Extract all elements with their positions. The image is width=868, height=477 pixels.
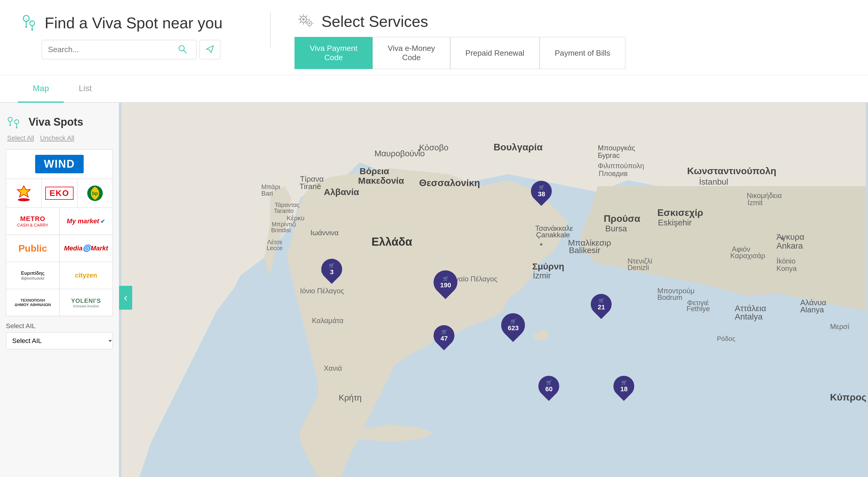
eko-text: EKO [45, 187, 73, 200]
sidebar-header: Viva Spots [6, 115, 113, 129]
brand-shell[interactable] [6, 179, 42, 208]
search-input-wrap[interactable] [42, 40, 196, 59]
evripidis-text: Ευριπίδης [21, 271, 45, 276]
tab-viva-emoney[interactable]: Viva e-MoneyCode [373, 37, 450, 69]
svg-point-14 [18, 198, 30, 201]
brand-public[interactable]: Public [6, 235, 60, 262]
select-links: Select All Uncheck All [7, 134, 113, 142]
brand-row-wind: WIND [6, 150, 113, 179]
svg-point-10 [8, 117, 12, 122]
select-ail-label: Select AIL [6, 322, 113, 330]
tab-list[interactable]: List [64, 75, 106, 103]
cityzen-logo: cityzen [75, 272, 97, 279]
shell-svg [15, 184, 33, 202]
map-area: ‹ Μαυροβούνιο [119, 103, 868, 477]
brand-cityzen[interactable]: cityzen [60, 262, 113, 289]
view-tabs-row: Map List [0, 75, 868, 103]
svg-point-12 [14, 120, 19, 124]
yolenis-sub: Ελληνική Κουζίνα [73, 304, 99, 308]
pin-60-count: 60 [545, 385, 552, 393]
tab-bills[interactable]: Payment of Bills [539, 37, 625, 69]
sidebar: Viva Spots Select All Uncheck All WIND [0, 103, 119, 477]
search-button[interactable] [175, 44, 190, 55]
mediamarkt-text: Media🌀Markt [64, 245, 108, 252]
pin-3-count: 3 [330, 268, 334, 276]
svg-point-13 [16, 127, 18, 129]
map-pin-47[interactable]: 🛒 47 [434, 325, 455, 346]
search-input[interactable] [48, 45, 175, 54]
header-divider [270, 12, 271, 47]
map-pin-18[interactable]: 🛒 18 [613, 376, 634, 396]
find-title: Find a Viva Spot near you [45, 14, 222, 32]
services-tabs: Viva PaymentCode Viva e-MoneyCode Prepai… [294, 37, 850, 69]
brand-yolenis[interactable]: YOLENI'S Ελληνική Κουζίνα [60, 289, 113, 316]
mymarket-check: ✔ [100, 218, 105, 225]
brand-row-books: Ευριπίδης Βιβλιοπωλεία cityzen [6, 262, 113, 289]
svg-text:bp: bp [92, 191, 98, 196]
cityzen-text: cityzen [75, 272, 97, 279]
header: Find a Viva Spot near you [0, 0, 868, 75]
map-pins-layer: 🛒 38 🛒 3 🛒 19 [119, 103, 868, 477]
brand-metro[interactable]: METRO CASH & CARRY [6, 208, 60, 235]
tab-prepaid[interactable]: Prepaid Renewal [450, 37, 539, 69]
pin-18-count: 18 [620, 385, 627, 393]
map-pin-21[interactable]: 🛒 21 [591, 294, 612, 315]
pin-38-count: 38 [538, 190, 545, 198]
pin-190-count: 190 [440, 281, 451, 289]
public-text: Public [19, 243, 47, 254]
brand-mymarket[interactable]: My market ✔ [60, 208, 113, 235]
mymarket-text: My market [67, 217, 99, 225]
svg-point-1 [25, 26, 27, 28]
svg-point-0 [23, 15, 29, 22]
sidebar-title: Viva Spots [29, 116, 83, 128]
bp-svg: bp [87, 185, 103, 201]
metro-text: METRO [20, 215, 45, 223]
services-title: Select Services [321, 12, 428, 30]
brand-wind[interactable]: WIND [6, 150, 113, 179]
svg-point-9 [309, 22, 310, 24]
uncheck-all-link[interactable]: Uncheck All [40, 134, 74, 142]
brand-row-market: METRO CASH & CARRY My market ✔ [6, 208, 113, 235]
location-button[interactable] [199, 40, 220, 59]
technopolis-text: ΤΕΧΝΟΠΟΛΗΔΗΜΟΥ ΑΘΗΝΑΙΩΝ [14, 298, 51, 307]
tab-viva-payment[interactable]: Viva PaymentCode [294, 37, 373, 69]
brand-row-misc: ΤΕΧΝΟΠΟΛΗΔΗΜΟΥ ΑΘΗΝΑΙΩΝ YOLENI'S Ελληνικ… [6, 289, 113, 316]
location-icon [18, 12, 39, 34]
svg-point-7 [302, 18, 305, 21]
map-pin-38[interactable]: 🛒 38 [531, 181, 552, 201]
pin-21-count: 21 [598, 303, 605, 311]
svg-line-5 [184, 50, 186, 53]
brand-mediamarkt[interactable]: Media🌀Markt [60, 235, 113, 262]
chevron-left-icon: ‹ [124, 291, 127, 304]
brand-bp[interactable]: bp [78, 179, 113, 208]
svg-point-3 [31, 29, 33, 31]
map-pin-190[interactable]: 🛒 190 [434, 271, 457, 294]
select-ail-section: Select AIL Select AIL [6, 322, 113, 349]
main-content: Viva Spots Select All Uncheck All WIND [0, 103, 868, 477]
brand-row-electronics: Public Media🌀Markt [6, 235, 113, 262]
yolenis-logo: YOLENI'S Ελληνική Κουζίνα [71, 297, 101, 308]
brand-eko[interactable]: EKO [42, 179, 77, 208]
metro-sub: CASH & CARRY [17, 223, 49, 227]
services-section: Select Services Viva PaymentCode Viva e-… [294, 12, 850, 69]
yolenis-text: YOLENI'S [71, 297, 101, 304]
select-all-link[interactable]: Select All [7, 134, 34, 142]
map-pin-3[interactable]: 🛒 3 [321, 259, 342, 280]
wind-text: WIND [44, 158, 75, 170]
svg-point-11 [9, 125, 11, 126]
gear-icon [294, 12, 315, 31]
technopolis-logo: ΤΕΧΝΟΠΟΛΗΔΗΜΟΥ ΑΘΗΝΑΙΩΝ [14, 298, 51, 307]
tab-map[interactable]: Map [18, 75, 64, 103]
collapse-sidebar-button[interactable]: ‹ [119, 286, 132, 310]
brand-technopolis[interactable]: ΤΕΧΝΟΠΟΛΗΔΗΜΟΥ ΑΘΗΝΑΙΩΝ [6, 289, 60, 316]
map-pin-60[interactable]: 🛒 60 [538, 376, 559, 396]
bp-logo: bp [87, 185, 103, 201]
brand-grid: WIND EKO [6, 149, 113, 316]
map-pin-623[interactable]: 🛒 623 [501, 313, 525, 337]
pin-47-count: 47 [440, 335, 447, 342]
mymarket-logo: My market ✔ [67, 217, 105, 225]
select-ail-dropdown[interactable]: Select AIL [6, 332, 113, 349]
brand-evripidis[interactable]: Ευριπίδης Βιβλιοπωλεία [6, 262, 60, 289]
pin-623-count: 623 [507, 324, 519, 332]
wind-logo: WIND [35, 155, 84, 173]
